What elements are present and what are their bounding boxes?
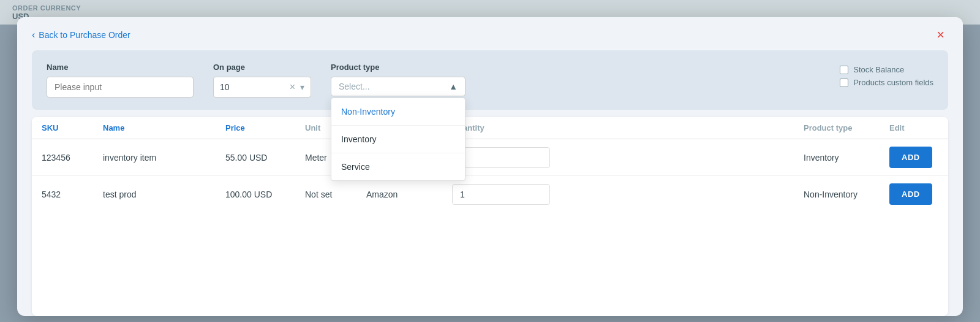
row2-add-button[interactable]: ADD xyxy=(889,183,932,205)
products-table: SKU Name Price Unit Supplier Quantity Pr… xyxy=(32,117,948,316)
back-chevron-icon: ‹ xyxy=(32,29,35,40)
stock-balance-checkbox[interactable]: Stock Balance xyxy=(840,65,933,74)
filter-bar: Name On page 10 × ▾ Product type Select.… xyxy=(32,50,948,110)
product-type-select[interactable]: Select... ▲ xyxy=(331,77,466,96)
product-type-placeholder: Select... xyxy=(339,82,444,91)
row2-supplier: Amazon xyxy=(366,190,452,199)
back-to-purchase-order-link[interactable]: ‹ Back to Purchase Order xyxy=(32,29,130,40)
row1-quantity-input[interactable] xyxy=(452,147,550,168)
row2-add-cell: ADD xyxy=(889,183,938,205)
on-page-dropdown-arrow-icon: ▾ xyxy=(300,82,304,92)
row2-quantity-cell xyxy=(452,184,575,205)
on-page-select[interactable]: 10 × ▾ xyxy=(213,77,311,98)
th-quantity: Quantity xyxy=(452,123,575,132)
checkbox-group: Stock Balance Products custom fields xyxy=(840,63,933,87)
row1-quantity-cell xyxy=(452,147,575,168)
on-page-clear-icon[interactable]: × xyxy=(290,82,295,93)
row1-product-type: Inventory xyxy=(804,153,889,163)
row2-unit: Not set xyxy=(305,190,366,199)
th-price: Price xyxy=(225,123,305,132)
on-page-value: 10 xyxy=(220,82,285,92)
row2-name: test prod xyxy=(103,190,225,199)
row1-name: inventory item xyxy=(103,153,225,163)
name-filter-label: Name xyxy=(47,63,194,72)
row1-add-button[interactable]: ADD xyxy=(889,147,932,168)
stock-balance-label: Stock Balance xyxy=(853,65,904,74)
table-row: 5432 test prod 100.00 USD Not set Amazon… xyxy=(32,176,948,212)
modal-header: ‹ Back to Purchase Order × xyxy=(17,17,963,50)
on-page-filter-group: On page 10 × ▾ xyxy=(213,63,311,98)
th-product-type: Product type xyxy=(804,123,889,132)
order-currency-label: ORDER CURRENCY xyxy=(12,4,81,12)
row2-quantity-input[interactable] xyxy=(452,184,550,205)
product-type-dropdown: Non-Inventory Inventory Service xyxy=(331,98,466,181)
table-header: SKU Name Price Unit Supplier Quantity Pr… xyxy=(32,117,948,139)
row1-sku: 123456 xyxy=(42,153,103,163)
products-custom-fields-label: Products custom fields xyxy=(853,78,933,87)
th-spacer xyxy=(575,123,804,132)
product-type-label: Product type xyxy=(331,63,466,72)
row2-sku: 5432 xyxy=(42,190,103,199)
products-custom-fields-checkbox-box xyxy=(840,79,848,87)
stock-balance-checkbox-box xyxy=(840,66,848,74)
dropdown-item-non-inventory[interactable]: Non-Inventory xyxy=(331,98,465,126)
row1-price: 55.00 USD xyxy=(225,153,305,163)
name-filter-input[interactable] xyxy=(47,77,194,98)
product-type-dropdown-arrow-icon: ▲ xyxy=(449,82,458,91)
table-row: 123456 inventory item 55.00 USD Meter Am… xyxy=(32,139,948,176)
product-search-modal: ‹ Back to Purchase Order × Name On page … xyxy=(17,17,963,316)
row2-price: 100.00 USD xyxy=(225,190,305,199)
row2-product-type: Non-Inventory xyxy=(804,190,889,199)
product-type-filter-group: Product type Select... ▲ Non-Inventory I… xyxy=(331,63,466,96)
back-link-label: Back to Purchase Order xyxy=(39,30,130,40)
row1-add-cell: ADD xyxy=(889,147,938,168)
th-name: Name xyxy=(103,123,225,132)
name-filter-group: Name xyxy=(47,63,194,98)
dropdown-item-service[interactable]: Service xyxy=(331,153,465,180)
close-button[interactable]: × xyxy=(933,27,948,43)
products-custom-fields-checkbox[interactable]: Products custom fields xyxy=(840,78,933,87)
th-edit: Edit xyxy=(889,123,938,132)
th-sku: SKU xyxy=(42,123,103,132)
dropdown-item-inventory[interactable]: Inventory xyxy=(331,126,465,153)
on-page-label: On page xyxy=(213,63,311,72)
